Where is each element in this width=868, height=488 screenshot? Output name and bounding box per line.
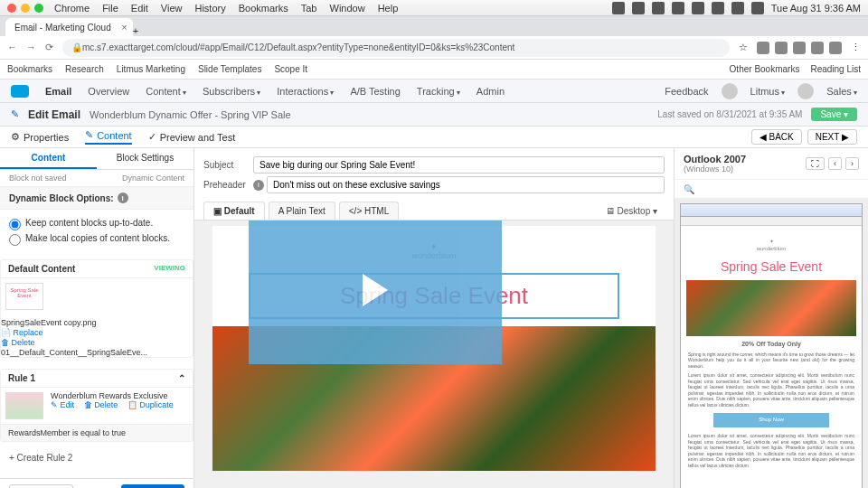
bookmark[interactable]: Scope It bbox=[274, 64, 307, 74]
sidebar-tab-blocksettings[interactable]: Block Settings bbox=[97, 148, 193, 169]
outlook-titlebar bbox=[681, 204, 862, 217]
play-icon[interactable] bbox=[363, 274, 388, 306]
replace-link[interactable]: 📄 Replace bbox=[1, 328, 147, 337]
last-saved: Last saved on 8/31/2021 at 9:35 AM bbox=[657, 109, 802, 119]
litmus-dropdown[interactable]: Litmus bbox=[750, 86, 786, 97]
radio-keep-uptodate[interactable]: Keep content blocks up-to-date. bbox=[9, 218, 184, 230]
extension-icon[interactable] bbox=[829, 42, 842, 54]
view-plaintext-tab[interactable]: A Plain Text bbox=[269, 202, 335, 220]
sales-dropdown[interactable]: Sales bbox=[826, 86, 857, 97]
nav-subscribers[interactable]: Subscribers bbox=[203, 86, 260, 97]
rp-logo: ✦wonderblum bbox=[686, 239, 856, 253]
save-block-button[interactable]: Save Block ▾ bbox=[9, 484, 73, 488]
status-icon bbox=[612, 2, 625, 14]
extension-icon[interactable] bbox=[811, 42, 824, 54]
rule-thumbnail[interactable] bbox=[5, 392, 43, 419]
tab-preview[interactable]: ✓ Preview and Test bbox=[148, 131, 236, 143]
preview-search[interactable] bbox=[675, 180, 868, 198]
star-icon[interactable]: ☆ bbox=[739, 42, 748, 53]
salesforce-logo-icon[interactable] bbox=[11, 85, 29, 98]
mac-menus[interactable]: ChromeFileEditViewHistoryBookmarksTabWin… bbox=[54, 3, 398, 14]
nav-tracking[interactable]: Tracking bbox=[417, 86, 460, 97]
back-icon[interactable]: ← bbox=[7, 42, 17, 53]
right-preview-panel: Outlook 2007 (Windows 10) ⛶‹› ✦wonderblu… bbox=[674, 148, 868, 488]
nav-overview[interactable]: Overview bbox=[88, 86, 129, 97]
video-overlay[interactable] bbox=[249, 221, 502, 364]
preheader-label: Preheader bbox=[203, 180, 253, 190]
bookmark[interactable]: Slide Templates bbox=[198, 64, 261, 74]
rp-paragraph: Spring is right around the corner, which… bbox=[688, 352, 854, 370]
avatar[interactable] bbox=[722, 83, 738, 99]
extension-icon[interactable] bbox=[793, 42, 806, 54]
edit-header: ✎ Edit Email Wonderblum Dynamic Offer - … bbox=[0, 103, 868, 127]
reading-list[interactable]: Reading List bbox=[810, 64, 861, 74]
info-icon[interactable]: i bbox=[253, 180, 264, 191]
view-default-tab[interactable]: ▣ Default bbox=[203, 202, 265, 220]
save-button[interactable]: Save bbox=[811, 108, 857, 121]
next-button[interactable]: NEXT ▶ bbox=[807, 129, 857, 145]
sidebar-tab-content[interactable]: Content bbox=[0, 148, 97, 169]
rp-paragraph: Lorem ipsum dolor sit amet, consectetur … bbox=[688, 433, 854, 468]
block-status: Block not saved bbox=[9, 174, 67, 183]
tab-properties[interactable]: ⚙ Properties bbox=[11, 131, 69, 143]
edit-link[interactable]: ✎ Edit bbox=[51, 400, 74, 409]
tab-content[interactable]: ✎ Content bbox=[85, 129, 132, 145]
add-rule-button[interactable]: + Create Rule 2 bbox=[0, 447, 193, 468]
reload-icon[interactable]: ⟳ bbox=[45, 42, 53, 53]
delete-rule-link[interactable]: 🗑 Delete bbox=[84, 400, 118, 409]
view-html-tab[interactable]: </> HTML bbox=[339, 202, 399, 220]
forward-icon[interactable]: → bbox=[26, 42, 36, 53]
status-icon bbox=[712, 2, 724, 14]
bookmark[interactable]: Bookmarks bbox=[7, 64, 52, 74]
bookmark[interactable]: Litmus Marketing bbox=[117, 64, 185, 74]
extension-icon[interactable] bbox=[757, 42, 769, 54]
prev-client-button[interactable]: ‹ bbox=[828, 157, 842, 170]
collapse-icon[interactable]: ⌃ bbox=[178, 373, 185, 383]
delete-link[interactable]: 🗑 Delete bbox=[1, 338, 147, 347]
bookmark[interactable]: Research bbox=[65, 64, 104, 74]
browser-tab[interactable]: Email - Marketing Cloud× bbox=[5, 18, 133, 36]
section-dynamic-options: Dynamic Block Options:i bbox=[0, 186, 193, 210]
browser-addressbar: ←→⟳ 🔒 mc.s7.exacttarget.com/cloud/#app/E… bbox=[0, 36, 868, 60]
feedback-link[interactable]: Feedback bbox=[665, 86, 708, 97]
status-icon bbox=[731, 2, 744, 14]
status-icon bbox=[632, 2, 645, 14]
file-name: SpringSaleEvent copy.png bbox=[1, 318, 147, 327]
nav-content[interactable]: Content bbox=[146, 86, 186, 97]
duplicate-link[interactable]: 📋 Duplicate bbox=[127, 400, 174, 409]
subject-input[interactable] bbox=[253, 156, 665, 174]
editor-toolbar: ⚙ Properties ✎ Content ✓ Preview and Tes… bbox=[0, 127, 868, 148]
nav-interactions[interactable]: Interactions bbox=[277, 86, 334, 97]
avatar[interactable] bbox=[797, 83, 814, 99]
content-thumbnail[interactable]: Spring Sale Event bbox=[5, 283, 43, 310]
radio-local-copies[interactable]: Make local copies of content blocks. bbox=[9, 233, 184, 246]
preheader-input[interactable] bbox=[267, 176, 665, 193]
next-client-button[interactable]: › bbox=[845, 157, 859, 170]
extension-icon[interactable] bbox=[775, 42, 788, 54]
rp-hero-image bbox=[686, 280, 856, 336]
rule-header[interactable]: Rule 1 bbox=[8, 373, 35, 383]
menu-icon[interactable]: ⋮ bbox=[851, 42, 861, 53]
outlook-preview: ✦wonderblum Spring Sale Event 20% Off To… bbox=[680, 203, 863, 488]
window-controls[interactable] bbox=[7, 4, 43, 13]
info-icon[interactable]: i bbox=[118, 192, 128, 203]
nav-abtesting[interactable]: A/B Testing bbox=[350, 86, 400, 97]
other-bookmarks[interactable]: Other Bookmarks bbox=[730, 64, 800, 74]
app-brand: Email bbox=[45, 86, 71, 97]
rp-offer: 20% Off Today Only bbox=[686, 340, 856, 348]
close-tab-icon[interactable]: × bbox=[121, 22, 127, 33]
back-button[interactable]: ◀ BACK bbox=[751, 129, 802, 145]
rp-paragraph: Lorem ipsum dolor sit amet, consectetur … bbox=[688, 372, 854, 408]
browser-tabbar: Email - Marketing Cloud× + bbox=[0, 16, 868, 36]
expand-icon[interactable]: ⛶ bbox=[806, 157, 825, 170]
edit-icon: ✎ bbox=[11, 108, 19, 120]
new-tab-button[interactable]: + bbox=[133, 25, 138, 36]
desktop-dropdown[interactable]: 🖥 Desktop ▾ bbox=[599, 202, 665, 220]
nav-admin[interactable]: Admin bbox=[476, 86, 505, 97]
url-input[interactable]: 🔒 mc.s7.exacttarget.com/cloud/#app/Email… bbox=[62, 39, 730, 57]
done-editing-button[interactable]: Done Editing bbox=[121, 484, 184, 488]
rp-cta-button: Shop Now bbox=[713, 413, 829, 427]
left-sidebar: Content Block Settings Block not savedDy… bbox=[0, 148, 194, 488]
client-name: Outlook 2007 bbox=[684, 154, 746, 164]
center-editor: Subject Preheaderi ▣ Default A Plain Tex… bbox=[194, 148, 674, 488]
